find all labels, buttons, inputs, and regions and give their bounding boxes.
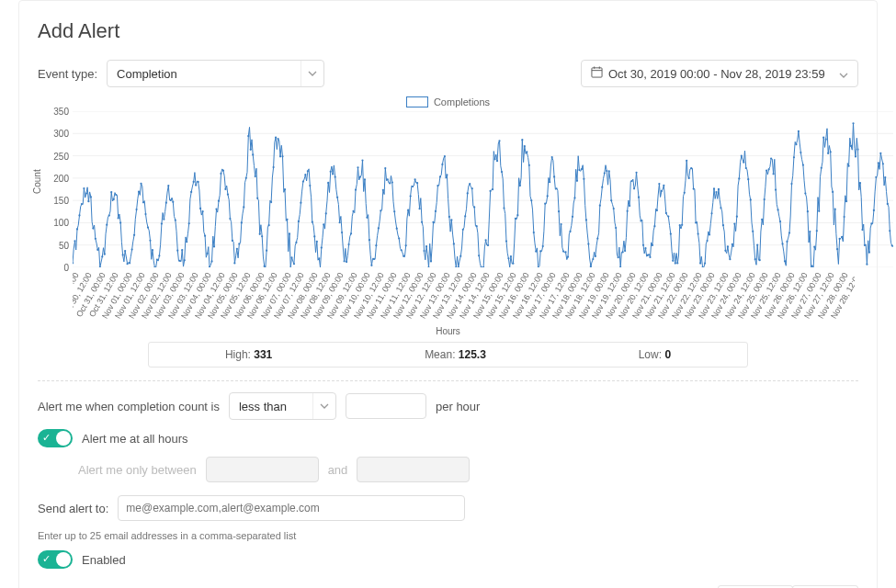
comparator-value: less than (230, 400, 312, 413)
svg-point-256 (629, 205, 630, 207)
svg-point-294 (715, 191, 717, 193)
svg-point-154 (396, 228, 398, 230)
svg-point-302 (733, 223, 735, 225)
svg-point-274 (670, 232, 672, 234)
svg-point-124 (327, 182, 329, 184)
svg-point-166 (423, 250, 425, 252)
svg-point-113 (302, 180, 304, 182)
svg-point-347 (836, 248, 838, 250)
svg-point-46 (149, 240, 151, 242)
email-input[interactable] (118, 495, 465, 521)
svg-point-90 (250, 149, 252, 151)
svg-point-140 (364, 178, 366, 180)
svg-point-275 (672, 260, 674, 262)
svg-point-74 (213, 245, 215, 247)
svg-point-311 (754, 258, 756, 260)
svg-point-118 (313, 235, 315, 237)
svg-point-283 (690, 167, 692, 169)
svg-point-308 (747, 178, 749, 180)
svg-point-131 (343, 260, 345, 262)
svg-point-50 (158, 254, 160, 256)
svg-point-260 (638, 197, 640, 198)
svg-point-79 (224, 188, 226, 190)
svg-point-304 (738, 177, 740, 179)
svg-point-195 (489, 190, 491, 192)
svg-point-351 (845, 200, 847, 202)
svg-point-151 (389, 182, 391, 184)
svg-point-26 (104, 254, 106, 255)
comparator-select[interactable]: less than (229, 392, 336, 420)
all-hours-toggle[interactable]: ✓ (38, 429, 73, 447)
svg-point-65 (193, 181, 195, 183)
svg-point-296 (720, 207, 721, 209)
svg-point-239 (590, 266, 592, 267)
svg-point-200 (501, 171, 503, 173)
svg-point-321 (777, 209, 778, 210)
svg-point-92 (255, 175, 256, 177)
threshold-input[interactable] (346, 393, 426, 419)
svg-point-327 (790, 183, 792, 185)
svg-point-214 (533, 232, 535, 233)
svg-point-324 (784, 260, 786, 262)
svg-point-99 (270, 201, 272, 203)
enabled-toggle[interactable]: ✓ (38, 550, 73, 569)
svg-point-224 (556, 187, 558, 189)
svg-point-279 (681, 224, 683, 226)
svg-point-217 (539, 250, 541, 252)
svg-point-196 (492, 188, 493, 190)
svg-point-197 (493, 158, 495, 160)
svg-point-290 (706, 240, 708, 242)
svg-point-254 (624, 250, 626, 252)
svg-point-228 (564, 251, 566, 253)
svg-point-61 (184, 259, 186, 261)
svg-point-23 (96, 249, 98, 251)
svg-point-89 (247, 135, 249, 137)
svg-point-33 (119, 221, 121, 223)
svg-point-70 (204, 235, 206, 237)
x-axis-ticks: Oct 30, 00:00Oct 30, 12:00Oct 31, 00:00O… (73, 271, 855, 321)
svg-point-232 (573, 197, 575, 198)
svg-point-298 (724, 250, 726, 252)
svg-point-368 (884, 176, 886, 178)
svg-point-137 (357, 166, 358, 168)
svg-point-158 (405, 244, 407, 246)
svg-point-139 (361, 159, 363, 161)
y-axis-ticks: 050100150200250300350 (43, 111, 69, 267)
svg-point-190 (478, 254, 480, 256)
svg-point-335 (809, 231, 811, 232)
svg-point-207 (516, 214, 518, 216)
page-title: Add Alert (38, 19, 858, 43)
svg-point-163 (416, 182, 418, 184)
svg-point-180 (455, 266, 457, 267)
svg-point-209 (521, 139, 523, 141)
date-range-picker[interactable]: Oct 30, 2019 00:00 - Nov 28, 2019 23:59 (581, 60, 858, 87)
svg-point-229 (567, 255, 569, 257)
svg-point-330 (798, 130, 800, 132)
svg-point-193 (485, 239, 487, 241)
svg-point-184 (464, 215, 466, 217)
svg-point-155 (398, 237, 400, 239)
svg-point-13 (74, 240, 75, 242)
svg-point-84 (236, 248, 238, 250)
svg-point-83 (233, 262, 235, 264)
svg-point-48 (153, 266, 155, 267)
svg-point-258 (633, 187, 635, 189)
svg-point-25 (101, 255, 103, 257)
svg-point-267 (653, 225, 655, 227)
svg-point-60 (181, 249, 183, 251)
divider (38, 380, 858, 381)
event-type-select[interactable]: Completion (107, 60, 324, 87)
svg-point-39 (133, 234, 135, 236)
svg-point-55 (170, 199, 172, 201)
svg-point-82 (232, 240, 233, 242)
svg-point-107 (289, 232, 290, 234)
svg-point-263 (644, 247, 646, 249)
svg-point-146 (378, 227, 380, 229)
svg-point-352 (847, 165, 849, 167)
svg-point-179 (453, 243, 455, 244)
chevron-down-icon (301, 61, 323, 86)
svg-point-159 (407, 209, 409, 211)
svg-point-287 (699, 263, 701, 265)
svg-point-53 (165, 202, 167, 204)
svg-point-204 (510, 255, 512, 257)
